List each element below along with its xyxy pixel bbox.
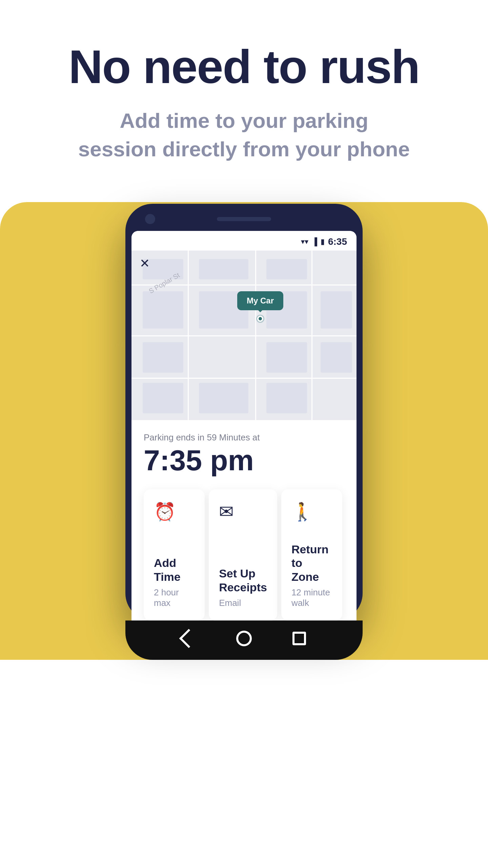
phone-screen: ▾▾ ▐ ▮ 6:35 xyxy=(131,231,357,620)
card-add-time[interactable]: ⏰ AddTime 2 hour max xyxy=(144,489,205,620)
home-button[interactable] xyxy=(236,631,252,646)
android-nav-bar xyxy=(125,620,363,660)
info-panel: Parking ends in 59 Minutes at 7:35 pm ⏰ … xyxy=(131,420,357,620)
close-button[interactable]: ✕ xyxy=(140,257,150,270)
battery-icon: ▮ xyxy=(321,237,325,246)
hero-title: No need to rush xyxy=(27,41,461,93)
status-icons: ▾▾ ▐ ▮ 6:35 xyxy=(301,236,347,247)
back-button[interactable] xyxy=(179,629,199,648)
parking-time: 7:35 pm xyxy=(144,445,344,475)
phone-bezel xyxy=(131,214,357,231)
return-zone-title: Return toZone xyxy=(291,542,332,584)
status-bar: ▾▾ ▐ ▮ 6:35 xyxy=(131,231,357,251)
recents-button[interactable] xyxy=(292,632,306,645)
action-cards-row: ⏰ AddTime 2 hour max ✉ Set UpReceipts Em… xyxy=(144,489,344,620)
status-time: 6:35 xyxy=(328,236,347,247)
card-return-to-zone[interactable]: 🚶 Return toZone 12 minute walk xyxy=(281,489,342,620)
receipts-email-icon: ✉ xyxy=(219,501,267,522)
phone-mockup: ▾▾ ▐ ▮ 6:35 xyxy=(125,204,363,620)
parking-ends-label: Parking ends in 59 Minutes at xyxy=(144,432,344,443)
hero-section: No need to rush Add time to your parking… xyxy=(0,0,488,183)
add-time-subtitle: 2 hour max xyxy=(154,587,195,608)
speaker-bar xyxy=(217,217,271,221)
hero-subtitle: Add time to your parking session directl… xyxy=(78,106,410,163)
car-dot xyxy=(257,316,263,322)
receipts-title: Set UpReceipts xyxy=(219,567,267,594)
add-time-icon: ⏰ xyxy=(154,501,195,522)
phone-stage: ▾▾ ▐ ▮ 6:35 xyxy=(0,204,488,660)
walking-icon: 🚶 xyxy=(291,501,332,522)
car-bubble-label: My Car xyxy=(237,291,283,310)
camera-dot xyxy=(145,214,155,224)
card-set-up-receipts[interactable]: ✉ Set UpReceipts Email xyxy=(209,489,277,620)
return-zone-subtitle: 12 minute walk xyxy=(291,587,332,608)
map-grid: S Poplar St xyxy=(131,251,357,420)
signal-icon: ▐ xyxy=(312,237,317,246)
car-marker: My Car xyxy=(237,291,283,322)
receipts-subtitle: Email xyxy=(219,598,267,608)
add-time-title: AddTime xyxy=(154,556,195,584)
map-area: S Poplar St ✕ My Car xyxy=(131,251,357,420)
wifi-icon: ▾▾ xyxy=(301,237,308,246)
